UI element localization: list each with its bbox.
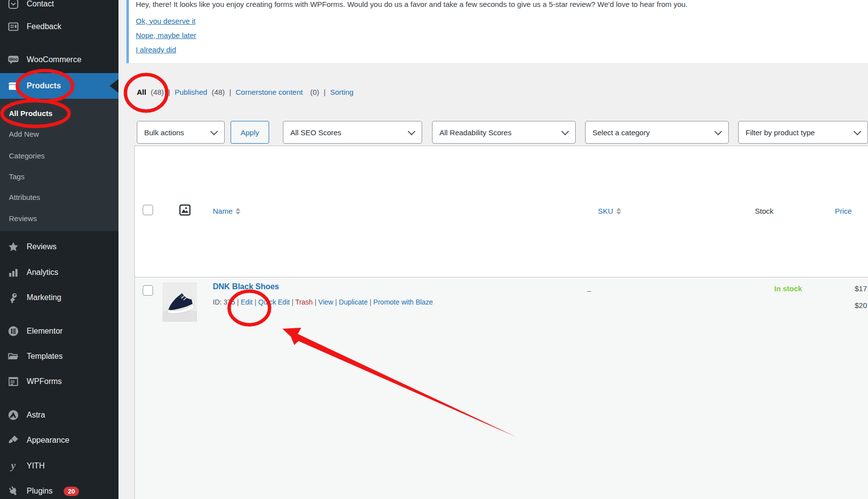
sidebar-item-plugins[interactable]: Plugins 20 (0, 480, 118, 499)
analytics-icon (7, 267, 19, 278)
seo-scores-select[interactable]: All SEO Scores (283, 121, 422, 144)
duplicate-link[interactable]: Duplicate (339, 298, 367, 306)
view-published-count: (48) (212, 88, 225, 96)
sidebar-item-yith[interactable]: y YITH (0, 455, 118, 477)
separator: | (324, 88, 326, 96)
stock-header-label: Stock (755, 207, 774, 215)
bulk-actions-select[interactable]: Bulk actions (137, 121, 225, 144)
sidebar-item-reviews[interactable]: Reviews (0, 236, 118, 258)
readability-scores-value: All Readability Scores (439, 128, 512, 137)
sidebar-item-label: WPForms (27, 377, 62, 386)
brush-icon (7, 434, 19, 446)
separator: | (255, 298, 257, 306)
sidebar-item-feedback[interactable]: Feedback (0, 16, 118, 38)
sort-arrows-icon (236, 208, 240, 215)
sidebar-item-elementor[interactable]: Elementor (0, 320, 118, 342)
submenu-label: Tags (9, 172, 25, 181)
sku-header-label: SKU (598, 207, 613, 215)
separator: | (229, 88, 231, 96)
sidebar-item-marketing[interactable]: Marketing (0, 287, 118, 308)
sidebar-item-label: Products (27, 81, 61, 90)
product-thumbnail[interactable] (162, 282, 197, 322)
submenu-label: Attributes (9, 193, 40, 201)
sidebar-item-categories[interactable]: Categories (0, 145, 118, 166)
view-published-link[interactable]: Published (175, 88, 207, 96)
seo-scores-value: All SEO Scores (290, 128, 341, 137)
category-select[interactable]: Select a category (585, 121, 729, 144)
wpforms-review-notice: Hey, there! It looks like you enjoy crea… (126, 0, 868, 63)
readability-scores-select[interactable]: All Readability Scores (432, 121, 576, 144)
notice-links: Ok, you deserve it Nope, maybe later I a… (136, 14, 197, 57)
sidebar-item-templates[interactable]: Templates (0, 345, 118, 367)
svg-text:y: y (9, 460, 16, 471)
quick-edit-link[interactable]: Quick Edit (258, 298, 290, 306)
sidebar-item-woocommerce[interactable]: Woo WooCommerce (0, 49, 118, 71)
contact-icon (7, 0, 19, 10)
product-type-select[interactable]: Filter by product type (738, 121, 868, 144)
view-all-link[interactable]: All (137, 88, 146, 96)
row-checkbox[interactable] (143, 285, 153, 296)
sidebar-item-label: Reviews (27, 242, 56, 251)
sidebar-item-label: Elementor (27, 327, 63, 336)
notice-link-later[interactable]: Nope, maybe later (136, 28, 197, 42)
notice-link-already[interactable]: I already did (136, 42, 197, 57)
trash-link[interactable]: Trash (295, 298, 313, 306)
elementor-icon (7, 325, 19, 337)
product-type-value: Filter by product type (746, 128, 815, 137)
sidebar-item-label: Templates (27, 352, 63, 361)
sidebar-item-astra[interactable]: Astra (0, 404, 118, 426)
notice-link-deserve[interactable]: Ok, you deserve it (136, 14, 197, 28)
separator: | (237, 298, 239, 306)
astra-icon (7, 409, 19, 421)
feedback-icon (7, 21, 19, 33)
category-value: Select a category (592, 128, 650, 137)
sidebar-item-contact[interactable]: Contact (0, 0, 118, 15)
sort-header-price[interactable]: Price (835, 207, 868, 215)
yith-icon: y (7, 460, 19, 472)
sidebar-item-label: Plugins (27, 487, 52, 496)
sidebar-item-label: Astra (27, 411, 45, 420)
apply-label: Apply (240, 128, 259, 137)
sidebar-item-attributes[interactable]: Attributes (0, 187, 118, 207)
sort-header-name[interactable]: Name (213, 207, 240, 215)
edit-link[interactable]: Edit (241, 298, 253, 306)
sidebar-item-label: YITH (27, 461, 44, 470)
sidebar-item-all-products[interactable]: All Products (0, 103, 118, 123)
sidebar-item-label: WooCommerce (27, 55, 81, 64)
sidebar-item-products[interactable]: Products (0, 73, 118, 99)
view-cornerstone-link[interactable]: Cornerstone content (236, 88, 303, 96)
view-cornerstone-count: (0) (310, 88, 319, 96)
view-sorting-link[interactable]: Sorting (330, 88, 354, 96)
sidebar-item-add-new[interactable]: Add New (0, 123, 118, 144)
image-column-icon (179, 204, 191, 218)
sidebar-item-tags[interactable]: Tags (0, 166, 118, 187)
sidebar-item-wpforms[interactable]: WPForms (0, 371, 118, 392)
product-id: ID: 375 (213, 298, 235, 306)
folder-icon (7, 350, 19, 362)
woocommerce-icon: Woo (7, 54, 19, 66)
sidebar-item-label: Feedback (27, 22, 61, 31)
price-header-label: Price (835, 207, 852, 215)
chevron-down-icon (561, 128, 569, 136)
sidebar-item-label: Appearance (27, 436, 69, 445)
chevron-down-icon (408, 128, 416, 136)
view-all-count: (48) (151, 88, 164, 96)
products-submenu: All Products Add New Categories Tags Att… (0, 99, 118, 231)
apply-button[interactable]: Apply (231, 121, 269, 144)
megaphone-icon (7, 292, 19, 304)
svg-text:Woo: Woo (9, 57, 18, 62)
plugins-update-badge: 20 (64, 487, 79, 496)
view-link[interactable]: View (318, 298, 333, 306)
product-name-link[interactable]: DNK Black Shoes (213, 282, 279, 291)
submenu-label: Add New (9, 130, 39, 138)
stock-status: In stock (774, 284, 802, 293)
current-menu-arrow (110, 79, 118, 93)
name-header-label: Name (213, 207, 233, 215)
sidebar-item-appearance[interactable]: Appearance (0, 429, 118, 451)
promote-blaze-link[interactable]: Promote with Blaze (373, 298, 433, 306)
sidebar-item-reviews-sub[interactable]: Reviews (0, 208, 118, 229)
sidebar-item-label: Contact (27, 0, 54, 8)
sort-header-sku[interactable]: SKU (598, 207, 621, 215)
select-all-checkbox[interactable] (143, 205, 153, 215)
sidebar-item-analytics[interactable]: Analytics (0, 262, 118, 283)
